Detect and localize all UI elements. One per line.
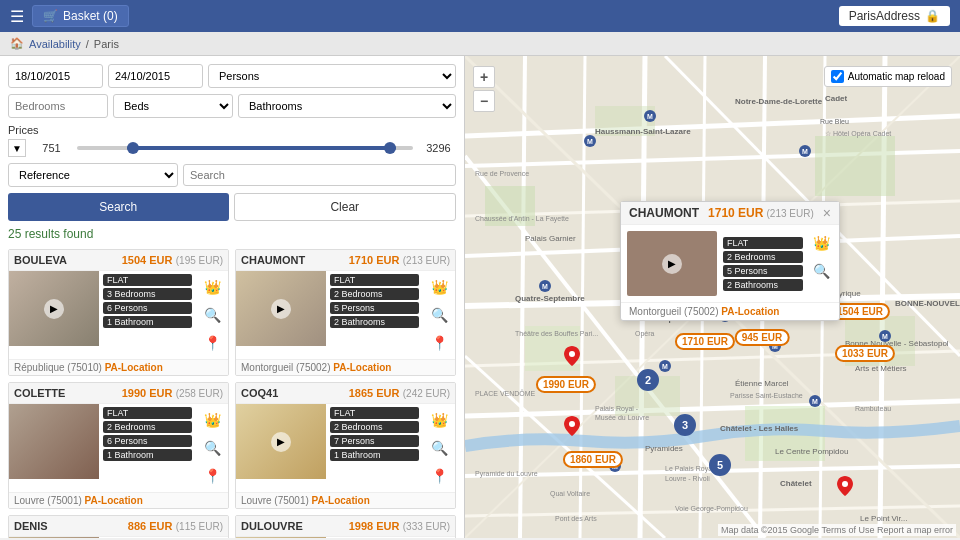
favorite-icon-colette[interactable]: 👑 [200,408,224,432]
result-price-small-dulouvre: (333 EUR) [403,521,450,532]
bathrooms-select[interactable]: Bathrooms [238,94,456,118]
map-pin-1[interactable] [564,346,580,366]
basket-button[interactable]: 🛒 Basket (0) [32,5,129,27]
svg-text:Pyramides: Pyramides [645,444,683,453]
popup-favorite-icon[interactable]: 👑 [809,231,833,255]
svg-text:Rambuteau: Rambuteau [855,405,891,412]
result-persons-badge: 6 Persons [103,302,192,314]
result-footer-chaumont: Montorgueil (75002) PA-Location [236,359,455,375]
price-slider[interactable] [77,139,413,157]
svg-text:☆ Hôtel Opéra Cadet: ☆ Hôtel Opéra Cadet [825,130,891,138]
svg-text:Le Centre Pompidou: Le Centre Pompidou [775,447,848,456]
svg-text:Cadet: Cadet [825,94,848,103]
result-img-coq41[interactable]: ▶ [236,404,326,479]
zoom-in-button[interactable]: + [473,66,495,88]
price-marker-1033[interactable]: 1033 EUR [835,345,895,362]
zoom-icon-colette[interactable]: 🔍 [200,436,224,460]
result-name-denis: DENIS [14,520,48,532]
result-location-colette: Louvre (75001) [14,495,82,506]
bedrooms-input[interactable] [8,94,108,118]
result-details-denis: FLAT 1 Bedroom [99,537,196,538]
map-pin-4[interactable] [837,476,853,496]
result-persons-badge-chaumont: 5 Persons [330,302,419,314]
result-img-colette[interactable] [9,404,99,479]
zoom-out-button[interactable]: − [473,90,495,112]
auto-reload-checkbox[interactable] [831,70,844,83]
map-pin-2[interactable] [564,416,580,436]
popup-pa-location: PA-Location [721,306,779,317]
location-icon-chaumont[interactable]: 📍 [427,331,451,355]
zoom-icon-coq41[interactable]: 🔍 [427,436,451,460]
popup-zoom-icon[interactable]: 🔍 [809,259,833,283]
result-body-denis: FLAT 1 Bedroom 👑 🔍 📍 [9,537,228,538]
popup-name: CHAUMONT [629,206,699,220]
result-img-chaumont[interactable]: ▶ [236,271,326,346]
favorite-icon-chaumont[interactable]: 👑 [427,275,451,299]
cluster-3[interactable]: 3 [674,414,696,436]
result-details-chaumont: FLAT 2 Bedrooms 5 Persons 2 Bathrooms [326,271,423,359]
location-icon[interactable]: 📍 [200,331,224,355]
result-location-chaumont: Montorgueil (75002) [241,362,331,373]
result-img-bouleva[interactable]: ▶ [9,271,99,346]
breadcrumb-availability[interactable]: Availability [29,38,81,50]
user-label: ParisAddress [849,9,920,23]
price-marker-1860[interactable]: 1860 EUR [563,451,623,468]
location-icon-colette[interactable]: 📍 [200,464,224,488]
popup-close-button[interactable]: × [823,206,831,220]
results-grid: BOULEVA 1504 EUR (195 EUR) ▶ FLAT 3 Bedr… [8,249,456,538]
popup-bathrooms: 2 Bathrooms [723,279,803,291]
price-min-value: 751 [34,142,69,154]
result-actions-dulouvre: 👑 🔍 📍 [423,537,455,538]
result-price-small-colette: (258 EUR) [176,388,223,399]
date-from-input[interactable] [8,64,103,88]
button-row: Search Clear [8,193,456,221]
favorite-icon[interactable]: 👑 [200,275,224,299]
location-icon-coq41[interactable]: 📍 [427,464,451,488]
auto-reload-label: Automatic map reload [848,71,945,82]
result-header-chaumont: CHAUMONT 1710 EUR (213 EUR) [236,250,455,271]
zoom-icon-chaumont[interactable]: 🔍 [427,303,451,327]
persons-select[interactable]: Persons [208,64,456,88]
svg-text:Théâtre des Bouffes Pari...: Théâtre des Bouffes Pari... [515,330,598,337]
date-to-input[interactable] [108,64,203,88]
result-price-dulouvre: 1998 EUR [349,520,400,532]
zoom-icon[interactable]: 🔍 [200,303,224,327]
map-container[interactable]: M M M M M M M M M M Haussmann- [465,56,960,538]
popup-play-icon: ▶ [662,254,682,274]
reference-select[interactable]: Reference [8,163,178,187]
result-body-bouleva: ▶ FLAT 3 Bedrooms 6 Persons 1 Bathroom 👑… [9,271,228,359]
price-marker-1710[interactable]: 1710 EUR [675,333,735,350]
svg-text:Chaussée d'Antin - La Fayette: Chaussée d'Antin - La Fayette [475,215,569,223]
map-zoom-controls: + − [473,66,495,112]
result-name-dulouvre: DULOUVRE [241,520,303,532]
beds-select[interactable]: Beds [113,94,233,118]
price-marker-945[interactable]: 945 EUR [735,329,790,346]
popup-details: FLAT 2 Bedrooms 5 Persons 2 Bathrooms [723,231,803,296]
cluster-2[interactable]: 2 [637,369,659,391]
svg-text:Voie George-Pompidou: Voie George-Pompidou [675,505,748,513]
result-bathrooms-badge-chaumont: 2 Bathrooms [330,316,419,328]
result-type-badge-chaumont: FLAT [330,274,419,286]
basket-icon: 🛒 [43,9,58,23]
result-price-small-bouleva: (195 EUR) [176,255,223,266]
price-marker-1990[interactable]: 1990 EUR [536,376,596,393]
svg-text:Quatre-Septembre: Quatre-Septembre [515,294,585,303]
result-img-dulouvre[interactable]: ▶ [236,537,326,538]
svg-text:Étienne Marcel: Étienne Marcel [735,379,789,388]
cluster-5[interactable]: 5 [709,454,731,476]
breadcrumb-city: Paris [94,38,119,50]
search-button[interactable]: Search [8,193,229,221]
clear-button[interactable]: Clear [234,193,457,221]
result-img-denis[interactable] [9,537,99,538]
user-menu[interactable]: ParisAddress 🔒 [839,6,950,26]
svg-text:Rue de Provence: Rue de Provence [475,170,529,177]
popup-img[interactable]: ▶ [627,231,717,296]
result-actions-denis: 👑 🔍 📍 [196,537,228,538]
hamburger-icon[interactable]: ☰ [10,7,24,26]
favorite-icon-coq41[interactable]: 👑 [427,408,451,432]
price-expand-icon[interactable]: ▼ [8,139,26,157]
main-layout: Persons Beds Bathrooms Prices ▼ 751 [0,56,960,538]
search-text-input[interactable] [183,164,456,186]
result-bathrooms-badge-colette: 1 Bathroom [103,449,192,461]
svg-text:Quai Voltaire: Quai Voltaire [550,490,590,498]
